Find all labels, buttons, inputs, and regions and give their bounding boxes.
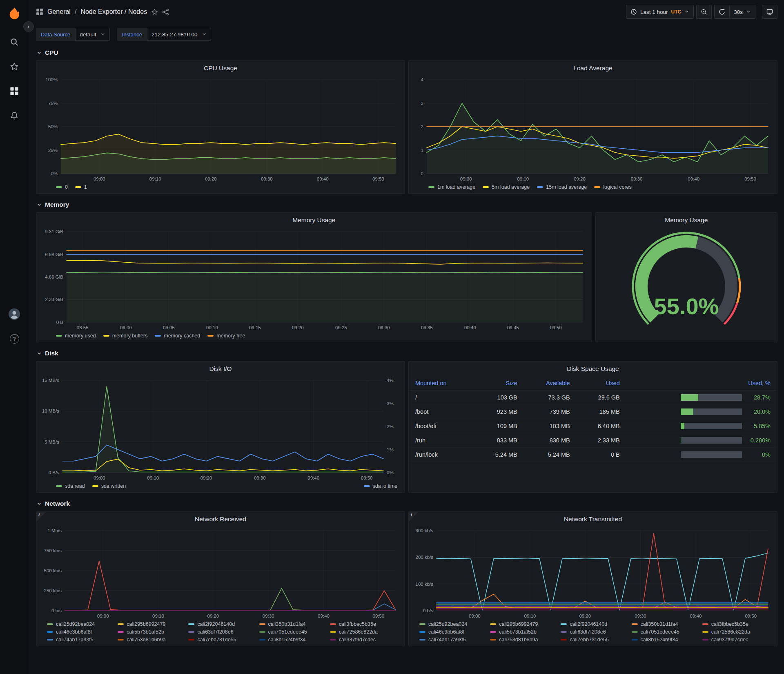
legend-item-cali63df7f208e6[interactable]: cali63df7f208e6 [188, 629, 256, 635]
panel-title[interactable]: Disk Space Usage [409, 362, 777, 376]
section-header-network[interactable]: Network [36, 496, 777, 511]
available-cell: 73.3 GB [523, 391, 576, 405]
legend-item-sda-written[interactable]: sda written [92, 483, 126, 489]
legend-item-cali753d81b6b9a[interactable]: cali753d81b6b9a [118, 637, 185, 643]
column-header-size[interactable]: Size [473, 376, 523, 391]
column-header-used[interactable]: Used [576, 376, 626, 391]
chart-legend: sda readsda writtensda io time [40, 482, 401, 492]
y-axis-label: 500 kb/s [44, 568, 62, 573]
legend-item-cali753d81b6b9a[interactable]: cali753d81b6b9a [490, 637, 557, 643]
legend-item-cali7051edeee45[interactable]: cali7051edeee45 [259, 629, 327, 635]
legend-item-memory-cached[interactable]: memory cached [155, 333, 200, 339]
legend-item-cali937f9d7cdec[interactable]: cali937f9d7cdec [330, 637, 397, 643]
favorite-star-icon[interactable] [151, 9, 158, 16]
legend-item-logical-cores[interactable]: logical cores [594, 184, 631, 190]
starred-dashboards-icon[interactable] [0, 62, 29, 71]
legend-item-cali5b73b1af52b[interactable]: cali5b73b1af52b [118, 629, 185, 635]
x-axis-label: 09:10 [149, 176, 161, 181]
time-range-picker[interactable]: Last 1 hour UTC [626, 5, 694, 19]
panel-title[interactable]: Memory Usage [36, 213, 592, 228]
legend-item-cali295b6992479[interactable]: cali295b6992479 [118, 621, 185, 627]
legend-item-cali63df7f208e6[interactable]: cali63df7f208e6 [561, 629, 628, 635]
search-icon[interactable] [0, 38, 29, 47]
section-header-memory[interactable]: Memory [36, 197, 777, 212]
column-header-used-[interactable]: Used, % [626, 376, 776, 391]
panel-info-icon[interactable]: i [409, 512, 419, 522]
legend-item-cali2f92046140d[interactable]: cali2f92046140d [188, 621, 256, 627]
legend-label: cali72586e822da [339, 629, 378, 635]
legend-item-memory-buffers[interactable]: memory buffers [103, 333, 148, 339]
legend-item-cali74ab17a93f5[interactable]: cali74ab17a93f5 [419, 637, 487, 643]
dashboards-icon[interactable] [0, 87, 29, 96]
legend-item-cali7ebb731de55[interactable]: cali7ebb731de55 [561, 637, 628, 643]
refresh-interval-select[interactable]: 30s [729, 5, 755, 19]
panel-title[interactable]: Network Transmitted [409, 512, 777, 527]
legend-item-memory-free[interactable]: memory free [207, 333, 245, 339]
legend-item-1[interactable]: 1 [75, 184, 87, 190]
legend-item-cali7ebb731de55[interactable]: cali7ebb731de55 [188, 637, 256, 643]
y-axis-label: 300 kb/s [416, 528, 434, 533]
legend-label: cali7051edeee45 [268, 629, 307, 635]
legend-item-cali25d92bea024[interactable]: cali25d92bea024 [47, 621, 114, 627]
section-header-cpu[interactable]: CPU [36, 45, 777, 60]
instance-label[interactable]: Instance [117, 28, 147, 41]
section-header-disk[interactable]: Disk [36, 346, 777, 361]
legend-item-cali8b1524b9f34[interactable]: cali8b1524b9f34 [259, 637, 327, 643]
panel-title[interactable]: Disk I/O [36, 362, 405, 376]
legend-item-cali350b31d1fa4[interactable]: cali350b31d1fa4 [259, 621, 327, 627]
panel-title[interactable]: Load Average [409, 61, 777, 76]
grafana-logo[interactable] [0, 7, 29, 20]
help-icon[interactable]: ? [0, 334, 29, 344]
panel-title[interactable]: Network Received [36, 512, 405, 527]
legend-item-cali72586e822da[interactable]: cali72586e822da [702, 629, 770, 635]
legend-label: cali46e3bb6af8f [56, 629, 92, 635]
legend-item-cali7051edeee45[interactable]: cali7051edeee45 [632, 629, 699, 635]
legend-item-cali350b31d1fa4[interactable]: cali350b31d1fa4 [632, 621, 699, 627]
used-cell: 6.40 MB [576, 419, 626, 433]
user-avatar[interactable] [0, 308, 29, 320]
legend-item-cali8b1524b9f34[interactable]: cali8b1524b9f34 [632, 637, 699, 643]
legend-item-cali2f92046140d[interactable]: cali2f92046140d [561, 621, 628, 627]
legend-item-0[interactable]: 0 [56, 184, 68, 190]
panel-title[interactable]: Memory Usage [596, 213, 777, 228]
legend-item-15m-load-average[interactable]: 15m load average [537, 184, 587, 190]
legend-item-cali3fbbec5b35e[interactable]: cali3fbbec5b35e [330, 621, 397, 627]
legend-item-sda-io-time[interactable]: sda io time [364, 483, 397, 489]
legend-item-cali74ab17a93f5[interactable]: cali74ab17a93f5 [47, 637, 114, 643]
legend-item-cali937f9d7cdec[interactable]: cali937f9d7cdec [702, 637, 770, 643]
series-color-swatch [47, 639, 53, 641]
legend-item-cali46e3bb6af8f[interactable]: cali46e3bb6af8f [419, 629, 487, 635]
column-header-mounted-on[interactable]: Mounted on [410, 376, 473, 391]
legend-item-cali3fbbec5b35e[interactable]: cali3fbbec5b35e [702, 621, 770, 627]
legend-label: cali3fbbec5b35e [339, 621, 376, 627]
data-source-label[interactable]: Data Source [36, 28, 75, 41]
clock-icon [630, 9, 637, 15]
legend-item-memory-used[interactable]: memory used [56, 333, 96, 339]
legend-item-cali25d92bea024[interactable]: cali25d92bea024 [419, 621, 487, 627]
legend-item-5m-load-average[interactable]: 5m load average [483, 184, 530, 190]
series-color-swatch [75, 186, 81, 188]
legend-label: cali7ebb731de55 [197, 637, 236, 643]
legend-item-cali295b6992479[interactable]: cali295b6992479 [490, 621, 557, 627]
breadcrumb-root[interactable]: General [47, 8, 71, 16]
panel-title[interactable]: CPU Usage [36, 61, 405, 76]
share-icon[interactable] [162, 9, 169, 16]
kiosk-mode-button[interactable] [762, 5, 777, 19]
sidebar-expand-button[interactable]: › [23, 21, 34, 32]
dashboard-title[interactable]: Node Exporter / Nodes [80, 8, 147, 16]
panel-info-icon[interactable]: i [36, 512, 46, 522]
legend-item-1m-load-average[interactable]: 1m load average [428, 184, 475, 190]
zoom-out-button[interactable] [696, 5, 712, 19]
legend-item-cali46e3bb6af8f[interactable]: cali46e3bb6af8f [47, 629, 114, 635]
x-axis-label: 09:30 [635, 614, 646, 618]
legend-item-cali72586e822da[interactable]: cali72586e822da [330, 629, 397, 635]
data-source-select[interactable]: default [75, 28, 110, 41]
instance-select[interactable]: 212.85.27.98:9100 [147, 28, 211, 41]
column-header-available[interactable]: Available [523, 376, 576, 391]
usage-bar [681, 423, 742, 429]
refresh-button[interactable] [714, 5, 729, 19]
legend-item-sda-read[interactable]: sda read [56, 483, 85, 489]
legend-item-cali5b73b1af52b[interactable]: cali5b73b1af52b [490, 629, 557, 635]
gauge-arc [737, 278, 739, 303]
alerting-bell-icon[interactable] [0, 111, 29, 120]
